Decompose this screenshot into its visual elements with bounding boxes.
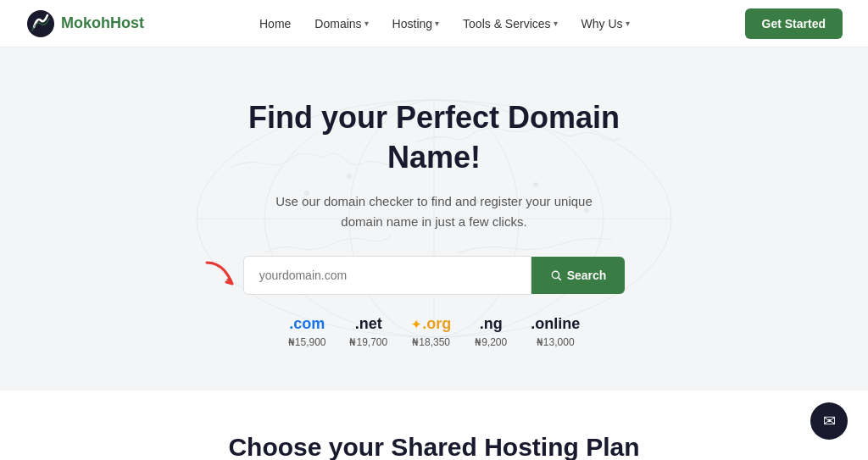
ext-price-com: ₦15,900 xyxy=(288,336,326,348)
chevron-down-icon: ▾ xyxy=(435,19,439,28)
hosting-section: Choose your Shared Hosting Plan Launch y… xyxy=(0,391,868,460)
chat-button[interactable]: ✉ xyxy=(810,402,848,440)
ext-name-ng: .ng xyxy=(480,315,503,333)
nav-item-whyus[interactable]: Why Us ▾ xyxy=(581,17,630,30)
chevron-down-icon: ▾ xyxy=(626,19,630,28)
nav-link-home[interactable]: Home xyxy=(259,17,291,30)
ext-online[interactable]: .online ₦13,000 xyxy=(531,315,580,348)
get-started-button[interactable]: Get Started xyxy=(745,8,843,39)
domain-search-input[interactable] xyxy=(243,256,531,295)
ext-name-com: .com xyxy=(289,315,325,333)
hero-section: Find your Perfect Domain Name! Use our d… xyxy=(0,47,868,391)
hosting-title: Choose your Shared Hosting Plan xyxy=(17,433,851,460)
hero-subtitle: Use our domain checker to find and regis… xyxy=(264,191,604,232)
arrow-indicator xyxy=(203,258,245,292)
chevron-down-icon: ▾ xyxy=(364,19,369,28)
org-plus-icon: ✦ xyxy=(411,318,421,331)
ext-com[interactable]: .com ₦15,900 xyxy=(288,315,326,348)
search-button[interactable]: Search xyxy=(531,257,626,294)
svg-point-9 xyxy=(533,182,538,187)
nav-links: Home Domains ▾ Hosting ▾ Tools & Service… xyxy=(259,17,630,30)
nav-item-home[interactable]: Home xyxy=(259,17,291,30)
ext-name-online: .online xyxy=(531,315,580,333)
ext-net[interactable]: .net ₦19,700 xyxy=(349,315,387,348)
ext-name-net: .net xyxy=(355,315,382,333)
ext-price-net: ₦19,700 xyxy=(349,336,387,348)
logo[interactable]: MokohHost xyxy=(25,8,144,39)
nav-link-tools[interactable]: Tools & Services ▾ xyxy=(463,17,557,30)
svg-point-11 xyxy=(552,271,559,278)
ext-ng[interactable]: .ng ₦9,200 xyxy=(475,315,507,348)
hero-title: Find your Perfect Domain Name! xyxy=(248,98,620,178)
logo-text: MokohHost xyxy=(61,14,144,32)
nav-item-hosting[interactable]: Hosting ▾ xyxy=(392,17,439,30)
nav-item-domains[interactable]: Domains ▾ xyxy=(314,17,368,30)
nav-item-tools[interactable]: Tools & Services ▾ xyxy=(463,17,557,30)
nav-link-domains[interactable]: Domains ▾ xyxy=(314,17,368,30)
chat-icon: ✉ xyxy=(823,412,836,430)
ext-price-org: ₦18,350 xyxy=(412,336,450,348)
navbar: MokohHost Home Domains ▾ Hosting ▾ Tools… xyxy=(0,0,868,47)
search-container: Search xyxy=(243,256,626,295)
ext-org[interactable]: ✦.org ₦18,350 xyxy=(411,315,451,348)
ext-price-online: ₦13,000 xyxy=(537,336,575,348)
nav-link-hosting[interactable]: Hosting ▾ xyxy=(392,17,439,30)
logo-icon xyxy=(25,8,56,39)
ext-name-org: ✦.org xyxy=(411,315,451,333)
svg-line-12 xyxy=(558,277,560,280)
search-icon xyxy=(550,269,562,281)
chevron-down-icon: ▾ xyxy=(554,19,558,28)
ext-price-ng: ₦9,200 xyxy=(475,336,507,348)
nav-link-whyus[interactable]: Why Us ▾ xyxy=(581,17,630,30)
domain-extensions: .com ₦15,900 .net ₦19,700 ✦.org ₦18,350 … xyxy=(288,315,580,348)
